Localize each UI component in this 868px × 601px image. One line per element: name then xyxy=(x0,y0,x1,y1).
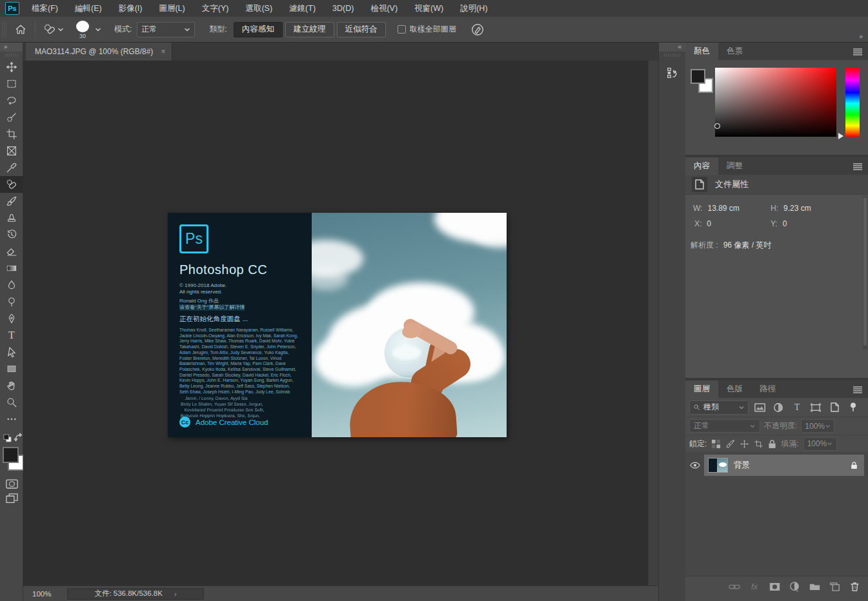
delete-layer-button[interactable] xyxy=(847,580,862,593)
panel-scrollbar[interactable] xyxy=(863,196,867,350)
layer-thumbnail[interactable] xyxy=(708,458,728,473)
filter-pixel-layers-button[interactable] xyxy=(752,400,767,415)
collapse-dock-button[interactable]: « xyxy=(659,43,685,52)
filter-adjustment-layers-button[interactable] xyxy=(771,400,786,415)
marquee-tool[interactable] xyxy=(0,75,23,92)
history-brush-tool[interactable] xyxy=(0,226,23,243)
zoom-tool[interactable] xyxy=(0,394,23,411)
layer-locked-icon[interactable] xyxy=(851,461,858,469)
type-tool[interactable]: T xyxy=(0,327,23,344)
spot-healing-brush-tool[interactable] xyxy=(0,176,23,193)
x-value[interactable]: 0 xyxy=(707,219,711,228)
type-proximity-match-button[interactable]: 近似符合 xyxy=(337,22,386,37)
panel-menu-icon[interactable] xyxy=(853,163,863,170)
frame-tool[interactable] xyxy=(0,143,23,159)
filter-pin-toggle[interactable] xyxy=(845,400,861,415)
default-colors-icon[interactable] xyxy=(3,434,12,442)
toolbar-expand-button[interactable]: » xyxy=(0,43,23,52)
menu-item[interactable]: 影像(I) xyxy=(110,0,151,17)
width-value[interactable]: 13.89 cm xyxy=(707,204,739,213)
lock-all-icon[interactable] xyxy=(768,439,776,449)
move-tool[interactable] xyxy=(0,59,23,75)
dodge-tool[interactable] xyxy=(0,293,23,310)
type-create-texture-button[interactable]: 建立紋理 xyxy=(285,22,334,37)
tab-adjustments[interactable]: 調整 xyxy=(718,157,751,175)
tool-preset-picker[interactable] xyxy=(39,23,68,36)
lock-pixels-brush-icon[interactable] xyxy=(725,439,735,449)
type-content-aware-button[interactable]: 內容感知 xyxy=(234,22,283,37)
quick-mask-icon[interactable] xyxy=(6,479,18,489)
blend-mode-select[interactable]: 正常 xyxy=(689,419,760,433)
tab-swatches[interactable]: 色票 xyxy=(718,43,751,60)
screen-mode-icon[interactable] xyxy=(6,493,18,504)
quick-selection-tool[interactable] xyxy=(0,109,23,126)
home-button[interactable] xyxy=(10,23,31,36)
zoom-level[interactable]: 100% xyxy=(23,590,58,598)
gradient-tool[interactable] xyxy=(0,260,23,277)
collapse-dock-button[interactable]: » xyxy=(859,33,863,40)
filter-smart-objects-button[interactable] xyxy=(827,400,842,415)
new-group-button[interactable] xyxy=(807,580,822,593)
pressure-size-button[interactable] xyxy=(470,23,485,37)
lock-artboard-icon[interactable] xyxy=(754,439,763,449)
menu-item[interactable]: 視窗(W) xyxy=(406,0,452,17)
new-adjustment-layer-button[interactable] xyxy=(787,580,802,593)
lock-transparency-icon[interactable] xyxy=(711,439,721,449)
menu-item[interactable]: 編輯(E) xyxy=(66,0,110,17)
menu-item[interactable]: 圖層(L) xyxy=(150,0,193,17)
eyedropper-tool[interactable] xyxy=(0,159,23,176)
hand-tool[interactable] xyxy=(0,377,23,394)
fill-field[interactable]: 100% xyxy=(803,437,837,451)
hue-slider-marker[interactable] xyxy=(838,133,843,139)
foreground-color-swatch[interactable] xyxy=(691,69,705,84)
filter-shape-layers-button[interactable] xyxy=(808,400,823,415)
close-tab-icon[interactable]: × xyxy=(161,47,165,56)
brush-size-picker[interactable]: 30 xyxy=(68,19,105,39)
document-size-box[interactable]: 文件: 536.8K/536.8K › xyxy=(67,588,204,600)
tab-layers[interactable]: 圖層 xyxy=(685,380,718,398)
vertical-scrollbar[interactable] xyxy=(648,61,658,586)
swap-colors-icon[interactable] xyxy=(14,433,23,442)
pen-tool[interactable] xyxy=(0,310,23,327)
opacity-field[interactable]: 100% xyxy=(801,419,834,433)
menu-item[interactable]: 文字(Y) xyxy=(194,0,237,17)
edit-toolbar-button[interactable] xyxy=(0,411,23,428)
tab-properties[interactable]: 內容 xyxy=(685,157,718,175)
lasso-tool[interactable] xyxy=(0,92,23,109)
y-value[interactable]: 0 xyxy=(783,219,787,228)
menu-item[interactable]: 3D(D) xyxy=(324,0,362,17)
brush-tool[interactable] xyxy=(0,193,23,210)
link-layers-button[interactable] xyxy=(727,580,742,593)
blur-tool[interactable] xyxy=(0,277,23,293)
resolution-value[interactable]: 96 像素 / 英吋 xyxy=(723,240,772,251)
menu-item[interactable]: 檢視(V) xyxy=(362,0,406,17)
crop-tool[interactable] xyxy=(0,126,23,143)
path-selection-tool[interactable] xyxy=(0,344,23,360)
filter-kind-select[interactable]: 種類 xyxy=(689,400,749,415)
hue-slider[interactable] xyxy=(845,68,860,137)
sample-all-layers-toggle[interactable]: 取樣全部圖層 xyxy=(398,24,456,35)
new-layer-button[interactable] xyxy=(827,580,842,593)
tab-paths[interactable]: 路徑 xyxy=(751,380,784,398)
panel-menu-icon[interactable] xyxy=(853,386,863,393)
add-layer-mask-button[interactable] xyxy=(767,580,782,593)
layer-style-button[interactable]: fx xyxy=(747,580,762,593)
document-tab[interactable]: MAO3114.JPG @ 100% (RGB/8#) × xyxy=(26,43,172,61)
tab-channels[interactable]: 色版 xyxy=(718,380,751,398)
menu-item[interactable]: 檔案(F) xyxy=(23,0,66,17)
eraser-tool[interactable] xyxy=(0,243,23,260)
color-marker[interactable] xyxy=(714,123,720,129)
menu-item[interactable]: 濾鏡(T) xyxy=(281,0,324,17)
filter-type-layers-button[interactable]: T xyxy=(789,400,805,415)
height-value[interactable]: 9.23 cm xyxy=(783,204,811,213)
panel-menu-icon[interactable] xyxy=(853,48,863,55)
tab-color[interactable]: 顏色 xyxy=(685,43,718,60)
layer-visibility-toggle[interactable] xyxy=(685,455,704,476)
mode-select[interactable]: 正常 xyxy=(137,22,195,37)
menu-item[interactable]: 說明(H) xyxy=(452,0,496,17)
history-panel-button[interactable] xyxy=(661,62,683,84)
clone-stamp-tool[interactable] xyxy=(0,210,23,226)
menu-item[interactable]: 選取(S) xyxy=(237,0,281,17)
status-chevron-icon[interactable]: › xyxy=(174,590,177,598)
rectangle-tool[interactable] xyxy=(0,360,23,377)
